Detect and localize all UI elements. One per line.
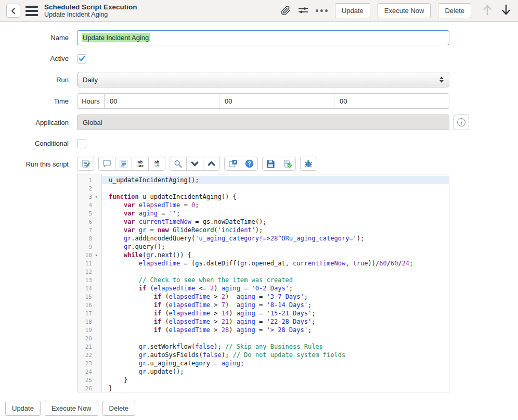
application-row: Application Global i bbox=[0, 114, 518, 130]
gutter-line: 15 bbox=[77, 292, 101, 301]
personalize-icon bbox=[298, 6, 308, 16]
find-next-button[interactable] bbox=[186, 157, 203, 171]
application-info-button[interactable]: i bbox=[454, 114, 469, 130]
search-icon bbox=[173, 159, 183, 168]
conditional-checkbox[interactable] bbox=[77, 139, 86, 148]
code-line-5[interactable]: var aging = ''; bbox=[102, 209, 449, 218]
active-label: Active bbox=[0, 55, 69, 62]
gutter-line: 12 bbox=[77, 268, 101, 276]
find-previous-icon bbox=[206, 159, 216, 168]
run-row: Run Daily bbox=[0, 72, 518, 87]
gutter-line: 13 bbox=[77, 276, 101, 284]
code-line-20[interactable] bbox=[102, 334, 449, 342]
code-line-22[interactable]: gr.autoSysFields(false); // Do not updat… bbox=[102, 351, 449, 359]
execute-now-button-footer[interactable]: Execute Now bbox=[45, 401, 98, 416]
code-line-9[interactable]: gr.query(); bbox=[102, 243, 449, 251]
script-debugger-icon bbox=[304, 159, 314, 168]
name-input[interactable]: Update Incident Aging bbox=[77, 30, 449, 45]
delete-button-footer[interactable]: Delete bbox=[102, 401, 136, 416]
time-hours-input[interactable]: 00 bbox=[105, 94, 219, 108]
search-button[interactable] bbox=[170, 157, 187, 171]
fold-arrow-icon[interactable]: ▾ bbox=[92, 195, 100, 199]
previous-record-button[interactable] bbox=[482, 4, 493, 18]
find-previous-button[interactable] bbox=[203, 157, 220, 171]
gutter-line: 1 bbox=[77, 176, 101, 184]
update-button-header[interactable]: Update bbox=[335, 3, 370, 18]
code-line-19[interactable]: if (elapsedTime > 28) aging = '> 28 Days… bbox=[102, 326, 449, 334]
save-button[interactable] bbox=[262, 157, 279, 171]
gutter-line: 25 bbox=[77, 376, 101, 384]
code-line-2[interactable] bbox=[102, 184, 449, 193]
script-editor-toolbar: ab→acab→≡? bbox=[77, 157, 449, 171]
active-checkbox[interactable] bbox=[77, 54, 86, 63]
delete-button-header[interactable]: Delete bbox=[438, 3, 471, 18]
time-seconds-input[interactable]: 00 bbox=[334, 94, 449, 108]
replace-button[interactable]: ab→ac bbox=[132, 157, 149, 171]
toolbar-group bbox=[170, 157, 220, 171]
format-code-icon bbox=[119, 159, 128, 168]
form-context-menu-icon[interactable] bbox=[25, 6, 38, 16]
gutter-line: 6 bbox=[77, 218, 101, 226]
back-button[interactable] bbox=[6, 4, 20, 18]
code-line-23[interactable]: gr.u_aging_category = aging; bbox=[102, 359, 449, 367]
code-line-7[interactable]: var gr = new GlideRecord('incident'); bbox=[102, 226, 449, 234]
gutter-line: 24 bbox=[77, 367, 101, 376]
code-line-24[interactable]: gr.update(); bbox=[102, 367, 449, 376]
time-minutes-input[interactable]: 00 bbox=[219, 94, 334, 108]
record-navigation bbox=[482, 4, 512, 18]
form-header: Scheduled Script Execution Update Incide… bbox=[0, 0, 518, 22]
open-in-new-window-icon bbox=[228, 159, 238, 168]
code-line-18[interactable]: if (elapsedTime > 21) aging = '22-28 Day… bbox=[102, 317, 449, 326]
gutter-line: 20 bbox=[77, 334, 101, 342]
toggle-comment-button[interactable] bbox=[98, 157, 115, 171]
toolbar-group bbox=[77, 157, 94, 171]
format-code-button[interactable] bbox=[115, 157, 132, 171]
code-line-4[interactable]: var elapsedTime = 0; bbox=[102, 201, 449, 209]
code-line-6[interactable]: var currentTimeNow = gs.nowDateTime(); bbox=[102, 218, 449, 226]
back-icon bbox=[10, 8, 17, 14]
code-line-12[interactable] bbox=[102, 268, 449, 276]
syntax-check-icon bbox=[282, 159, 292, 168]
toolbar-group: ab→acab→≡ bbox=[98, 157, 165, 171]
gutter-line: 5 bbox=[77, 209, 101, 218]
code-line-1[interactable]: u_updateIncidentAging(); bbox=[102, 176, 449, 184]
code-line-26[interactable]: } bbox=[102, 384, 449, 392]
execute-now-button-header[interactable]: Execute Now bbox=[378, 3, 431, 18]
open-in-new-window-button[interactable] bbox=[224, 157, 241, 171]
code-line-8[interactable]: gr.addEncodedQuery('u_aging_category!=>2… bbox=[102, 234, 449, 243]
run-select[interactable]: Daily bbox=[77, 72, 449, 87]
syntax-check-button[interactable] bbox=[279, 157, 296, 171]
editor-code[interactable]: u_updateIncidentAging(); function u_upda… bbox=[102, 174, 449, 392]
gutter-line: 4 bbox=[77, 201, 101, 209]
next-record-button[interactable] bbox=[500, 4, 512, 18]
syntax-highlighting-toggle-button[interactable] bbox=[77, 157, 94, 171]
attachment-button[interactable] bbox=[281, 6, 291, 16]
gutter-line: 26 bbox=[77, 384, 101, 392]
update-button-footer[interactable]: Update bbox=[5, 401, 41, 416]
fold-arrow-icon[interactable]: ▾ bbox=[92, 253, 100, 258]
header-titles: Scheduled Script Execution Update Incide… bbox=[44, 3, 137, 19]
replace-all-button[interactable]: ab→≡ bbox=[148, 157, 165, 171]
code-line-13[interactable]: // Check to see when the item was create… bbox=[102, 276, 449, 284]
code-line-21[interactable]: gr.setWorkflow(false); // Skip any Busin… bbox=[102, 342, 449, 351]
code-line-16[interactable]: if (elapsedTime > 7) aging = '8-14 Days'… bbox=[102, 301, 449, 309]
code-line-11[interactable]: elapsedTime = (gs.dateDiff(gr.opened_at,… bbox=[102, 259, 449, 268]
header-actions: Update Execute Now Delete bbox=[281, 3, 512, 18]
help-button[interactable]: ? bbox=[241, 157, 258, 171]
code-line-14[interactable]: if (elapsedTime <= 2) aging = '0-2 Days'… bbox=[102, 284, 449, 292]
code-line-15[interactable]: if (elapsedTime > 2) aging = '3-7 Days'; bbox=[102, 292, 449, 301]
code-line-3[interactable]: function u_updateIncidentAging() { bbox=[102, 193, 449, 201]
gutter-line: 10▾ bbox=[77, 251, 101, 259]
personalize-button[interactable] bbox=[298, 6, 308, 16]
script-debugger-button[interactable] bbox=[300, 157, 317, 171]
code-line-10[interactable]: while(gr.next()) { bbox=[102, 251, 449, 259]
name-value: Update Incident Aging bbox=[82, 33, 150, 42]
editor-gutter: 123▾45678910▾111213141516171819202122232… bbox=[77, 174, 102, 392]
replace-icon: ab→ac bbox=[137, 160, 144, 168]
script-editor[interactable]: 123▾45678910▾111213141516171819202122232… bbox=[77, 174, 449, 392]
more-options-button[interactable] bbox=[316, 9, 328, 12]
code-line-17[interactable]: if (elapsedTime > 14) aging = '15-21 Day… bbox=[102, 309, 449, 317]
gutter-line: 7 bbox=[77, 226, 101, 234]
application-label: Application bbox=[0, 119, 69, 126]
code-line-25[interactable]: } bbox=[102, 376, 449, 384]
